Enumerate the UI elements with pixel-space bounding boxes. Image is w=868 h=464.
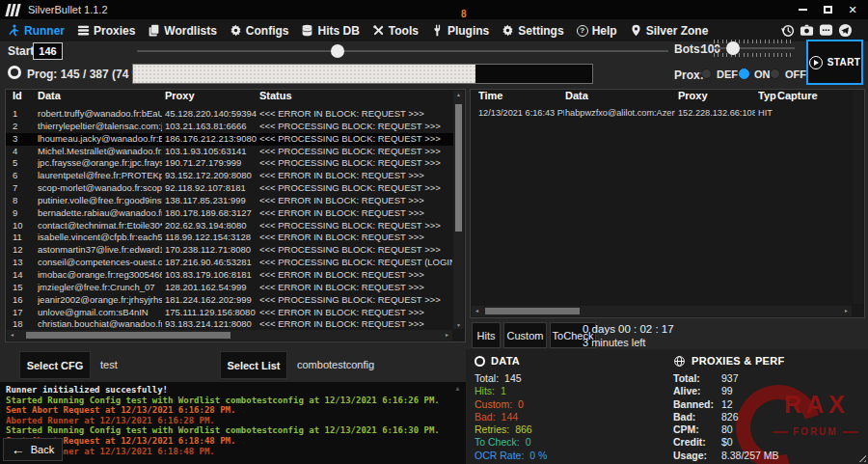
messenger-icon[interactable] bbox=[819, 23, 833, 38]
cell-status: <<< ERROR IN BLOCK: REQUEST >>> bbox=[259, 195, 452, 205]
stat-label: Bad: bbox=[673, 411, 721, 423]
vertical-scrollbar[interactable]: ▲ ▼ bbox=[453, 91, 464, 329]
telegram-icon[interactable] bbox=[838, 23, 853, 38]
tab-custom[interactable]: Custom bbox=[503, 322, 547, 348]
scroll-up-icon[interactable]: ▲ bbox=[453, 92, 464, 97]
menu-item-tools[interactable]: Tools bbox=[372, 24, 419, 38]
select-list-button[interactable]: Select List bbox=[220, 351, 287, 379]
menu-item-settings[interactable]: Settings bbox=[502, 24, 563, 38]
menu-item-silver-zone[interactable]: Silver Zone bbox=[630, 24, 709, 38]
menu-item-help[interactable]: ? Help bbox=[577, 24, 617, 38]
table-row[interactable]: 12 astonmartin37@live.fr:edward1for 170.… bbox=[6, 244, 453, 257]
proxy-on-radio[interactable] bbox=[739, 68, 749, 79]
scroll-right-icon[interactable]: ► bbox=[844, 308, 849, 314]
menu-item-proxies[interactable]: Proxies bbox=[77, 24, 135, 38]
start-slider-thumb[interactable] bbox=[331, 44, 344, 58]
stat-value: 0 bbox=[526, 436, 531, 449]
stats-section: RAX FORUM DATA Total: 145 bbox=[466, 349, 868, 464]
scroll-left-icon[interactable]: ◄ bbox=[475, 308, 479, 314]
table-row[interactable]: 18 christian.bouchiat@wanadoo.fr:bou 93.… bbox=[6, 318, 453, 330]
bots-slider-thumb[interactable] bbox=[726, 41, 740, 55]
table-row[interactable]: 4 Michel.Mestrallet@wanadoo.fr:MM- 103.1… bbox=[6, 146, 453, 158]
back-button[interactable]: ← Back bbox=[3, 438, 63, 461]
tab-hits[interactable]: Hits bbox=[472, 322, 501, 348]
proxy-def-label[interactable]: DEF bbox=[717, 68, 738, 80]
select-cfg-button[interactable]: Select CFG bbox=[19, 351, 91, 379]
cell-proxy: 187.216.90.46:53281 bbox=[165, 257, 257, 267]
camera-icon[interactable] bbox=[800, 23, 814, 38]
bots-slider[interactable] bbox=[714, 47, 795, 49]
scroll-up-icon[interactable]: ▲ bbox=[454, 384, 461, 395]
cell-id: 14 bbox=[13, 269, 34, 280]
hits-table-header: Time Data Proxy Type Capture bbox=[471, 90, 864, 108]
start-input[interactable] bbox=[33, 42, 63, 60]
maximize-button[interactable] bbox=[822, 4, 833, 15]
settings-gear-icon bbox=[502, 24, 514, 37]
runner-table-header: Id Data Proxy Status bbox=[6, 90, 465, 108]
table-row[interactable]: 8 putinier.volle@free.fr:good9insti 138.… bbox=[6, 195, 453, 207]
scrollbar-thumb[interactable] bbox=[26, 332, 231, 339]
cell-status: <<< PROCESSING BLOCK: REQUEST >>> bbox=[259, 294, 452, 305]
table-row[interactable]: 12/13/2021 6:16:43 PM habpwzfxo@alilot.c… bbox=[471, 108, 853, 122]
table-row[interactable]: 7 scop-morlet@wanadoo.fr:scopmorl 92.118… bbox=[6, 182, 453, 195]
cell-status: <<< PROCESSING BLOCK: REQUEST (LOGIN) >>… bbox=[259, 257, 452, 267]
cell-proxy: 170.238.112.71:8080 bbox=[165, 244, 257, 255]
horizontal-scrollbar[interactable]: ◄ ► bbox=[7, 330, 452, 341]
table-row[interactable]: 2 thierrylepeltier@talensac.com:joke9 10… bbox=[6, 121, 453, 133]
scrollbar-thumb[interactable] bbox=[485, 308, 580, 314]
minimize-icon bbox=[799, 9, 807, 11]
table-row[interactable]: 6 laurentpetel@free.fr:PROTEKpass 93.152… bbox=[6, 170, 453, 182]
stat-row: To Check: 0 bbox=[475, 436, 547, 449]
table-row[interactable]: 13 conseil@competences-ouest.com:B 187.2… bbox=[6, 257, 453, 269]
table-row[interactable]: 11 isabelle.vincent@cfpb.fr:each5headi 1… bbox=[6, 232, 453, 244]
cell-type: HIT bbox=[758, 108, 776, 118]
cell-status: <<< PROCESSING BLOCK: REQUEST >>> bbox=[259, 133, 452, 144]
menu-item-plugins[interactable]: Plugins bbox=[431, 24, 489, 38]
menu-item-configs[interactable]: Configs bbox=[230, 24, 289, 38]
table-row[interactable]: 15 jmziegler@free.fr:Crunch_07 128.201.1… bbox=[6, 282, 453, 294]
cell-proxy: 186.176.212.213:9080 bbox=[165, 133, 257, 144]
cell-data: scop-morlet@wanadoo.fr:scopmorl bbox=[38, 182, 162, 193]
log-line: Runner initialized succesfully! bbox=[6, 385, 466, 396]
data-stats-block: DATA Total: 145 Hits: 1 Custom: bbox=[475, 353, 547, 462]
progress-bar bbox=[132, 64, 593, 84]
cell-status: <<< PROCESSING BLOCK: REQUEST >>> bbox=[259, 220, 452, 231]
table-row[interactable]: 3 lhoumeau.jacky@wanadoo.fr:B1O2M 186.17… bbox=[6, 133, 453, 146]
cell-status: <<< ERROR IN BLOCK: REQUEST >>> bbox=[259, 207, 452, 218]
menu-item-wordlists[interactable]: Wordlists bbox=[148, 24, 216, 38]
table-row[interactable]: 9 bernadette.rabiau@wanadoo.fr:161 180.1… bbox=[6, 207, 453, 220]
vertical-scrollbar[interactable] bbox=[854, 91, 863, 304]
table-row[interactable]: 17 unlove@gmail.com:sB4nIN 175.111.129.1… bbox=[6, 307, 453, 319]
minimize-button[interactable] bbox=[797, 4, 808, 15]
table-row[interactable]: 5 jpc.fraysse@orange.fr:jpc.fraysse 190.… bbox=[6, 157, 453, 170]
cell-id: 5 bbox=[13, 157, 34, 168]
horizontal-scrollbar[interactable]: ◄ ► bbox=[472, 306, 852, 316]
start-slider[interactable] bbox=[137, 50, 668, 52]
stat-value: 866 bbox=[515, 423, 532, 436]
menu-item-runner[interactable]: Runner bbox=[8, 24, 65, 38]
proxy-def-radio[interactable] bbox=[701, 68, 712, 79]
history-icon[interactable] bbox=[780, 23, 795, 38]
cell-id: 13 bbox=[13, 257, 34, 267]
menu-item-hitsdb[interactable]: Hits DB bbox=[301, 24, 359, 38]
scroll-right-icon[interactable]: ► bbox=[445, 332, 449, 338]
table-row[interactable]: 10 contact@technimat.fr:Etoile30* 202.62… bbox=[6, 220, 453, 232]
cell-id: 9 bbox=[13, 207, 34, 218]
proxy-off-radio[interactable] bbox=[770, 68, 780, 79]
proxy-on-label[interactable]: ON bbox=[754, 68, 771, 80]
log-line: Sent Abort Request at 12/13/2021 6:16:28… bbox=[6, 405, 466, 416]
table-row[interactable]: 1 robert.truffy@wanadoo.fr:bEaU42se 45.1… bbox=[6, 108, 453, 121]
progress-label: Prog: 145 / 387 (74 %) bbox=[27, 68, 146, 81]
stat-value: $0 bbox=[721, 436, 733, 449]
table-row[interactable]: 14 imobac@orange.fr:reg3005466 103.83.17… bbox=[6, 269, 453, 282]
table-row[interactable]: 16 jeanir2002@orange.fr:jrhsyjrhsy 181.2… bbox=[6, 294, 453, 307]
scrollbar-thumb[interactable] bbox=[455, 104, 462, 232]
scroll-down-icon[interactable]: ▼ bbox=[453, 322, 464, 328]
watermark-brand: RAX bbox=[784, 391, 850, 419]
start-button[interactable]: START bbox=[806, 40, 863, 85]
cell-data: robert.truffy@wanadoo.fr:bEaU42se bbox=[38, 108, 162, 119]
scroll-left-icon[interactable]: ◄ bbox=[10, 332, 14, 338]
close-button[interactable]: ✕ bbox=[847, 4, 858, 15]
stat-label: Bad: bbox=[475, 411, 496, 423]
proxy-off-label[interactable]: OFF bbox=[785, 68, 806, 80]
